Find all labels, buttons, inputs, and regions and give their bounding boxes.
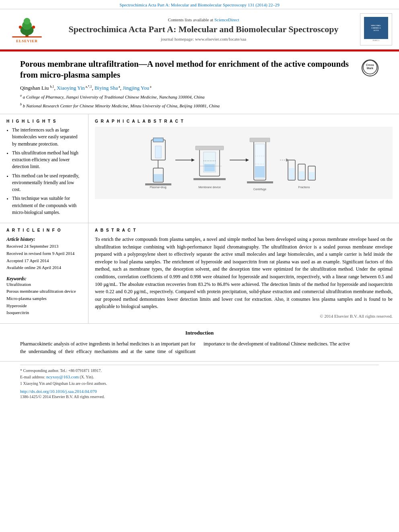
journal-bar: Spectrochimica Acta Part A: Molecular an… <box>0 0 399 9</box>
svg-rect-6 <box>12 36 41 37</box>
journal-homepage: journal homepage: www.elsevier.com/locat… <box>53 37 354 41</box>
keywords-section: Keywords: Ultrafiltration Porous membran… <box>6 276 82 316</box>
article-info-column: A R T I C L E I N F O Article history: R… <box>0 223 88 323</box>
available-date: Available online 26 April 2014 <box>6 264 82 271</box>
logo-text: SPECTRO-CHIMICAACTA <box>370 24 382 33</box>
main-content: Introduction Pharmacokinetic analysis of… <box>0 324 399 361</box>
svg-rect-30 <box>255 166 265 177</box>
highlights-graphical-section: H I G H L I G H T S The interferences su… <box>0 114 399 223</box>
elsevier-tree-icon <box>11 16 43 38</box>
crossmark-icon: Cross Mark <box>363 60 377 74</box>
footer-doi-line: http://dx.doi.org/10.1016/j.saa.2014.04.… <box>20 389 379 394</box>
svg-rect-14 <box>154 174 163 181</box>
svg-rect-16 <box>155 146 161 158</box>
history-label: Article history: <box>6 236 82 243</box>
affiliation-b: b b National Research Center for Chinese… <box>20 102 379 109</box>
svg-text:Fractions: Fractions <box>298 186 310 189</box>
svg-text:Plasma+drug: Plasma+drug <box>150 186 167 189</box>
svg-point-5 <box>32 25 35 28</box>
svg-rect-38 <box>299 171 304 179</box>
footer-email-line: E-mail address: ncyxoy@163.com (X. Yin). <box>20 374 379 380</box>
introduction-text: Pharmacokinetic analysis of active ingre… <box>20 340 379 355</box>
accepted-date: Accepted 17 April 2014 <box>6 257 82 265</box>
header-center: Contents lists available at ScienceDirec… <box>53 13 354 45</box>
keyword-5: Isoquercitrin <box>6 309 82 316</box>
keyword-4: Hyperoside <box>6 302 82 310</box>
abstract-heading: A B S T R A C T <box>95 228 393 232</box>
received-date: Received 24 September 2013 <box>6 243 82 250</box>
elsevier-label: ELSEVIER <box>16 39 38 43</box>
crossmark-circle: Cross Mark <box>362 60 378 76</box>
svg-rect-24 <box>195 146 224 150</box>
article-title-row: Porous membrane ultrafiltration—A novel … <box>20 59 379 81</box>
article-section: Porous membrane ultrafiltration—A novel … <box>0 51 399 114</box>
author-qingshan: Qingshan Liu <box>20 85 50 91</box>
footer-coauthor-note: 1 Xiaoying Yin and Qingshan Liu are co-f… <box>20 380 379 386</box>
abstract-column: A B S T R A C T To enrich the active com… <box>88 223 399 323</box>
svg-text:Centrifuge: Centrifuge <box>253 188 266 191</box>
svg-text:Mark: Mark <box>366 67 373 70</box>
author-biying[interactable]: Biying Sha <box>95 85 118 91</box>
svg-rect-21 <box>204 164 215 171</box>
abstract-copyright: © 2014 Elsevier B.V. All rights reserved… <box>95 314 393 318</box>
svg-rect-11 <box>153 138 163 142</box>
footer-email[interactable]: ncyxoy@163.com <box>46 374 79 379</box>
highlights-list: The interferences such as large biomolec… <box>6 127 82 216</box>
footer-issn: 1386-1425/© 2014 Elsevier B.V. All right… <box>20 394 379 400</box>
keyword-3: Micro-plasma samples <box>6 295 82 302</box>
revised-date: Received in revised form 9 April 2014 <box>6 250 82 257</box>
highlight-1: The interferences such as large biomolec… <box>12 127 82 148</box>
keyword-2: Porous membrane ultrafiltration device <box>6 288 82 295</box>
footer-corresponding-note: * Corresponding author. Tel.: +86 079187… <box>20 368 379 374</box>
crossmark-badge: Cross Mark <box>361 59 379 77</box>
keywords-list: Ultrafiltration Porous membrane ultrafil… <box>6 281 82 316</box>
header-section: ELSEVIER Contents lists available at Sci… <box>0 9 399 50</box>
svg-text:Membrane device: Membrane device <box>198 186 221 189</box>
svg-rect-33 <box>250 138 270 142</box>
contents-line: Contents lists available at ScienceDirec… <box>53 17 354 22</box>
svg-rect-34 <box>247 181 273 183</box>
journal-bar-text: Spectrochimica Acta Part A: Molecular an… <box>119 2 280 7</box>
page-footer: * Corresponding author. Tel.: +86 079187… <box>0 361 399 403</box>
svg-rect-15 <box>145 183 171 185</box>
highlights-column: H I G H L I G H T S The interferences su… <box>0 114 88 223</box>
article-info-abstract-section: A R T I C L E I N F O Article history: R… <box>0 223 399 324</box>
elsevier-logo-container: ELSEVIER <box>5 13 49 45</box>
authors-line: Qingshan Liu b,1, Xiaoying Yin a,*,1, Bi… <box>20 85 379 91</box>
article-info-heading: A R T I C L E I N F O <box>6 228 82 232</box>
keywords-label: Keywords: <box>6 276 82 281</box>
highlight-2: This ultrafiltration method had high ext… <box>12 150 82 170</box>
spectrochimica-logo-container: SPECTRO-CHIMICAACTA PART A <box>358 13 394 45</box>
footer-doi-link[interactable]: http://dx.doi.org/10.1016/j.saa.2014.04.… <box>20 389 97 394</box>
article-history: Article history: Received 24 September 2… <box>6 236 82 271</box>
spectrochimica-logo-box: SPECTRO-CHIMICAACTA PART A <box>360 13 392 45</box>
author-xiaoying[interactable]: Xiaoying Yin <box>57 85 85 91</box>
svg-text:Cross: Cross <box>366 64 374 66</box>
introduction-heading: Introduction <box>20 330 379 336</box>
graphical-abstract-image: Plasma+drug Membrane device Centrifuge F… <box>95 127 393 199</box>
abstract-text: To enrich the active compounds from plas… <box>95 236 393 310</box>
svg-marker-46 <box>286 158 289 162</box>
svg-rect-40 <box>309 172 315 179</box>
svg-point-3 <box>24 18 31 25</box>
highlight-3: This method can be used repeatedly, envi… <box>12 173 82 193</box>
highlights-heading: H I G H L I G H T S <box>6 119 82 123</box>
svg-marker-18 <box>191 158 195 162</box>
author-jingjing[interactable]: Jingjing You <box>123 85 149 91</box>
graphical-abstract-heading: G R A P H I C A L A B S T R A C T <box>95 119 393 123</box>
keyword-1: Ultrafiltration <box>6 281 82 288</box>
article-title: Porous membrane ultrafiltration—A novel … <box>20 59 357 81</box>
logo-inner: SPECTRO-CHIMICAACTA <box>364 17 388 39</box>
svg-point-4 <box>19 25 22 28</box>
affiliation-a: a a College of Pharmacy, Jiangxi Univers… <box>20 93 379 100</box>
science-direct-link[interactable]: ScienceDirect <box>214 17 239 22</box>
svg-rect-36 <box>289 168 294 179</box>
highlight-4: This technique was suitable for enrichme… <box>12 195 82 216</box>
journal-title: Spectrochimica Acta Part A: Molecular an… <box>53 24 354 35</box>
svg-marker-27 <box>246 158 249 162</box>
graphical-abstract-column: G R A P H I C A L A B S T R A C T <box>88 114 399 223</box>
logo-subtitle: PART A <box>372 39 380 42</box>
svg-rect-25 <box>193 178 226 180</box>
apparatus-diagram: Plasma+drug Membrane device Centrifuge F… <box>143 128 344 198</box>
